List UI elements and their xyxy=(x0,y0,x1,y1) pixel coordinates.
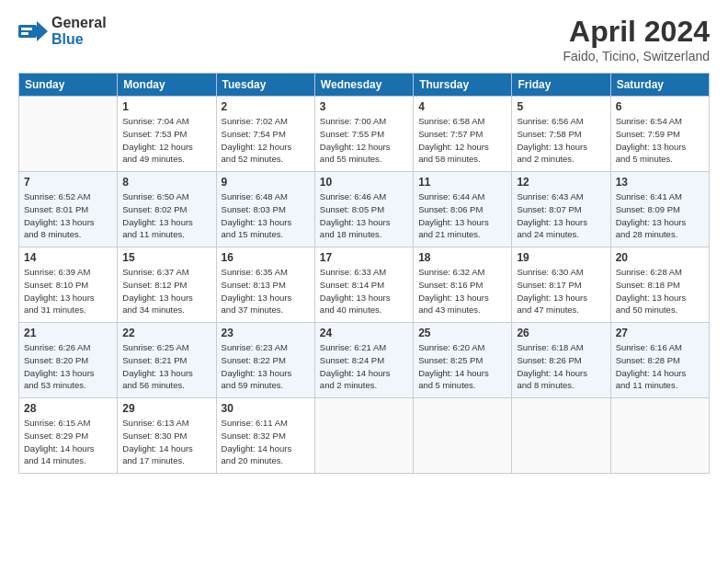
logo-general-text: General xyxy=(51,15,107,30)
calendar-header-monday: Monday xyxy=(118,74,216,97)
day-info: Sunrise: 6:26 AMSunset: 8:20 PMDaylight:… xyxy=(24,341,112,392)
day-info: Sunrise: 6:58 AMSunset: 7:57 PMDaylight:… xyxy=(418,115,506,166)
day-info: Sunrise: 7:04 AMSunset: 7:53 PMDaylight:… xyxy=(122,115,210,166)
day-info: Sunrise: 6:43 AMSunset: 8:07 PMDaylight:… xyxy=(517,190,605,241)
day-number: 1 xyxy=(122,100,210,113)
calendar-cell: 25Sunrise: 6:20 AMSunset: 8:25 PMDayligh… xyxy=(414,323,512,398)
day-number: 12 xyxy=(517,176,605,189)
day-number: 17 xyxy=(320,251,408,264)
calendar-header-tuesday: Tuesday xyxy=(216,74,314,97)
svg-rect-2 xyxy=(21,28,32,30)
calendar-header-row: SundayMondayTuesdayWednesdayThursdayFrid… xyxy=(19,74,710,97)
calendar-cell: 7Sunrise: 6:52 AMSunset: 8:01 PMDaylight… xyxy=(19,172,118,247)
day-info: Sunrise: 6:30 AMSunset: 8:17 PMDaylight:… xyxy=(517,266,605,316)
calendar-cell: 24Sunrise: 6:21 AMSunset: 8:24 PMDayligh… xyxy=(314,323,413,398)
day-info: Sunrise: 6:15 AMSunset: 8:29 PMDaylight:… xyxy=(24,417,112,467)
calendar-cell: 15Sunrise: 6:37 AMSunset: 8:12 PMDayligh… xyxy=(118,247,216,323)
day-number: 19 xyxy=(517,251,605,264)
day-number: 7 xyxy=(24,176,112,189)
calendar-cell: 20Sunrise: 6:28 AMSunset: 8:18 PMDayligh… xyxy=(610,247,709,323)
day-info: Sunrise: 7:02 AMSunset: 7:54 PMDaylight:… xyxy=(222,115,310,166)
day-info: Sunrise: 7:00 AMSunset: 7:55 PMDaylight:… xyxy=(320,115,408,166)
svg-marker-1 xyxy=(37,21,48,41)
day-info: Sunrise: 6:39 AMSunset: 8:10 PMDaylight:… xyxy=(24,266,112,316)
day-info: Sunrise: 6:13 AMSunset: 8:30 PMDaylight:… xyxy=(122,417,210,467)
logo-blue-text: Blue xyxy=(51,31,84,47)
day-number: 28 xyxy=(24,402,112,415)
day-number: 14 xyxy=(24,251,112,264)
day-info: Sunrise: 6:18 AMSunset: 8:26 PMDaylight:… xyxy=(517,341,605,392)
calendar-cell: 26Sunrise: 6:18 AMSunset: 8:26 PMDayligh… xyxy=(512,323,610,398)
day-number: 8 xyxy=(122,176,210,189)
calendar-week-row: 1Sunrise: 7:04 AMSunset: 7:53 PMDaylight… xyxy=(19,97,710,172)
day-number: 6 xyxy=(616,100,704,113)
day-number: 27 xyxy=(616,327,704,339)
calendar-cell: 29Sunrise: 6:13 AMSunset: 8:30 PMDayligh… xyxy=(118,398,216,474)
day-number: 20 xyxy=(616,251,704,264)
calendar-cell: 11Sunrise: 6:44 AMSunset: 8:06 PMDayligh… xyxy=(414,172,512,247)
day-info: Sunrise: 6:44 AMSunset: 8:06 PMDaylight:… xyxy=(418,190,506,241)
calendar-cell: 4Sunrise: 6:58 AMSunset: 7:57 PMDaylight… xyxy=(414,97,512,172)
calendar-cell: 21Sunrise: 6:26 AMSunset: 8:20 PMDayligh… xyxy=(19,323,118,398)
calendar-cell: 16Sunrise: 6:35 AMSunset: 8:13 PMDayligh… xyxy=(216,247,314,323)
calendar-cell: 17Sunrise: 6:33 AMSunset: 8:14 PMDayligh… xyxy=(314,247,413,323)
day-info: Sunrise: 6:23 AMSunset: 8:22 PMDaylight:… xyxy=(222,341,310,392)
calendar-cell: 1Sunrise: 7:04 AMSunset: 7:53 PMDaylight… xyxy=(118,97,216,172)
calendar-cell: 5Sunrise: 6:56 AMSunset: 7:58 PMDaylight… xyxy=(512,97,610,172)
day-info: Sunrise: 6:54 AMSunset: 7:59 PMDaylight:… xyxy=(616,115,704,166)
calendar-cell: 27Sunrise: 6:16 AMSunset: 8:28 PMDayligh… xyxy=(610,323,709,398)
calendar-cell: 3Sunrise: 7:00 AMSunset: 7:55 PMDaylight… xyxy=(314,97,413,172)
day-info: Sunrise: 6:20 AMSunset: 8:25 PMDaylight:… xyxy=(418,341,506,392)
day-number: 21 xyxy=(24,327,112,339)
calendar-cell: 14Sunrise: 6:39 AMSunset: 8:10 PMDayligh… xyxy=(19,247,118,323)
day-info: Sunrise: 6:28 AMSunset: 8:18 PMDaylight:… xyxy=(616,266,704,316)
logo: General Blue xyxy=(18,15,107,48)
logo-icon xyxy=(18,21,48,41)
title-section: April 2024 Faido, Ticino, Switzerland xyxy=(563,15,710,63)
day-info: Sunrise: 6:52 AMSunset: 8:01 PMDaylight:… xyxy=(24,190,112,241)
day-info: Sunrise: 6:33 AMSunset: 8:14 PMDaylight:… xyxy=(320,266,408,316)
day-number: 16 xyxy=(222,251,310,264)
svg-rect-3 xyxy=(21,32,28,35)
calendar-header-friday: Friday xyxy=(512,74,610,97)
day-number: 9 xyxy=(222,176,310,189)
calendar-cell: 28Sunrise: 6:15 AMSunset: 8:29 PMDayligh… xyxy=(19,398,118,474)
day-number: 26 xyxy=(517,327,605,339)
day-info: Sunrise: 6:41 AMSunset: 8:09 PMDaylight:… xyxy=(616,190,704,241)
calendar-week-row: 28Sunrise: 6:15 AMSunset: 8:29 PMDayligh… xyxy=(19,398,710,474)
day-number: 3 xyxy=(320,100,408,113)
calendar-cell: 19Sunrise: 6:30 AMSunset: 8:17 PMDayligh… xyxy=(512,247,610,323)
calendar-week-row: 21Sunrise: 6:26 AMSunset: 8:20 PMDayligh… xyxy=(19,323,710,398)
day-info: Sunrise: 6:35 AMSunset: 8:13 PMDaylight:… xyxy=(222,266,310,316)
calendar-week-row: 7Sunrise: 6:52 AMSunset: 8:01 PMDaylight… xyxy=(19,172,710,247)
calendar-cell: 2Sunrise: 7:02 AMSunset: 7:54 PMDaylight… xyxy=(216,97,314,172)
day-info: Sunrise: 6:56 AMSunset: 7:58 PMDaylight:… xyxy=(517,115,605,166)
day-number: 23 xyxy=(222,327,310,339)
day-number: 4 xyxy=(418,100,506,113)
calendar-cell: 12Sunrise: 6:43 AMSunset: 8:07 PMDayligh… xyxy=(512,172,610,247)
page: General Blue April 2024 Faido, Ticino, S… xyxy=(0,0,728,563)
day-info: Sunrise: 6:11 AMSunset: 8:32 PMDaylight:… xyxy=(222,417,310,467)
day-info: Sunrise: 6:46 AMSunset: 8:05 PMDaylight:… xyxy=(320,190,408,241)
calendar-cell xyxy=(314,398,413,474)
calendar-header-saturday: Saturday xyxy=(610,74,709,97)
month-title: April 2024 xyxy=(563,15,710,49)
calendar-table: SundayMondayTuesdayWednesdayThursdayFrid… xyxy=(18,73,710,474)
day-number: 15 xyxy=(122,251,210,264)
calendar-header-wednesday: Wednesday xyxy=(314,74,413,97)
calendar-cell: 8Sunrise: 6:50 AMSunset: 8:02 PMDaylight… xyxy=(118,172,216,247)
header: General Blue April 2024 Faido, Ticino, S… xyxy=(18,15,710,63)
calendar-cell: 23Sunrise: 6:23 AMSunset: 8:22 PMDayligh… xyxy=(216,323,314,398)
day-info: Sunrise: 6:50 AMSunset: 8:02 PMDaylight:… xyxy=(122,190,210,241)
day-number: 13 xyxy=(616,176,704,189)
day-number: 11 xyxy=(418,176,506,189)
calendar-cell xyxy=(414,398,512,474)
day-info: Sunrise: 6:48 AMSunset: 8:03 PMDaylight:… xyxy=(222,190,310,241)
svg-rect-0 xyxy=(18,25,37,38)
day-number: 24 xyxy=(320,327,408,339)
calendar-cell: 9Sunrise: 6:48 AMSunset: 8:03 PMDaylight… xyxy=(216,172,314,247)
day-number: 10 xyxy=(320,176,408,189)
calendar-cell xyxy=(512,398,610,474)
day-info: Sunrise: 6:32 AMSunset: 8:16 PMDaylight:… xyxy=(418,266,506,316)
calendar-cell: 13Sunrise: 6:41 AMSunset: 8:09 PMDayligh… xyxy=(610,172,709,247)
